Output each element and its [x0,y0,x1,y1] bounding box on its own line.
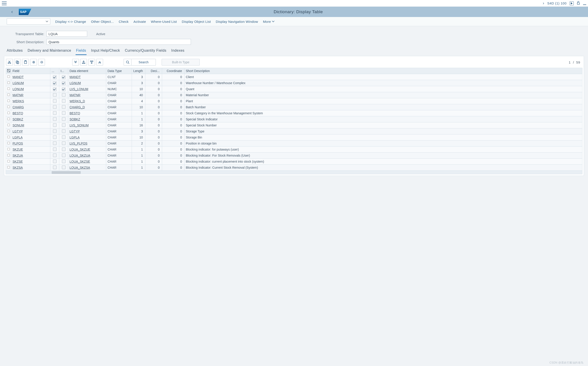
table-row[interactable]: CHARGCHARG_DCHAR1000Batch Number [6,104,582,110]
cell-field[interactable]: SKZUA [11,152,50,159]
remove-include-icon[interactable] [88,59,95,66]
cell-key[interactable] [50,80,59,86]
cell-field[interactable]: LGPLA [11,134,50,140]
lock-open-icon[interactable] [577,1,580,6]
col-select[interactable] [6,68,11,74]
col-key[interactable]: ... [50,68,59,74]
play-icon[interactable] [570,1,574,5]
row-selector[interactable] [6,146,11,152]
row-selector[interactable] [6,152,11,159]
cell-data-element[interactable]: LQUA_SKZUA [68,152,106,159]
row-selector[interactable] [6,116,11,122]
insert-include-icon[interactable] [80,59,87,66]
row-selector[interactable] [6,98,11,104]
cell-field[interactable]: SKZSA [11,165,50,171]
cell-init[interactable] [59,86,68,92]
col-coordinate[interactable]: Coordinate [162,68,185,74]
description-field[interactable]: Quants [46,39,191,45]
cell-field[interactable]: MATNR [11,92,50,98]
table-row[interactable]: MANDTMANDTCLNT300Client [6,74,582,80]
table-row[interactable]: LGTYPLGTYPCHAR300Storage Type [6,128,582,134]
row-selector[interactable] [6,165,11,171]
cut-icon[interactable] [6,59,13,66]
table-row[interactable]: LQNUMLVS_LQNUMNUMC1000Quant [6,86,582,92]
cell-key[interactable] [50,134,59,140]
cell-key[interactable] [50,146,59,152]
display-object-list-button[interactable]: Display Object List [182,20,211,23]
collapse-all-icon[interactable] [96,59,103,66]
table-row[interactable]: SONUMLVS_SONUMCHAR1600Special Stock Numb… [6,122,582,128]
tab-fields[interactable]: Fields [75,49,87,55]
cell-field[interactable]: SKZSE [11,159,50,165]
table-name-field[interactable]: LQUA [46,31,87,37]
cell-data-element[interactable]: LGTYP [68,128,106,134]
cell-data-element[interactable]: LGNUM [68,80,106,86]
row-selector[interactable] [6,74,11,80]
tab-delivery[interactable]: Delivery and Maintenance [27,49,72,55]
cell-init[interactable] [59,104,68,110]
cell-init[interactable] [59,122,68,128]
cell-data-element[interactable]: LQUA_SKZUE [68,146,106,152]
cell-init[interactable] [59,74,68,80]
activate-button[interactable]: Activate [134,20,146,23]
cell-init[interactable] [59,165,68,171]
cell-data-element[interactable]: CHARG_D [68,104,106,110]
table-row[interactable]: SOBKZSOBKZCHAR100Special Stock Indicator [6,116,582,122]
cell-field[interactable]: WERKS [11,98,50,104]
cell-key[interactable] [50,128,59,134]
cell-data-element[interactable]: BESTQ [68,110,106,116]
where-used-button[interactable]: Where-Used List [151,20,177,23]
cell-data-element[interactable]: LQUA_SKZSA [68,165,106,171]
cell-key[interactable] [50,74,59,80]
col-decimals[interactable]: Deci... [145,68,162,74]
cell-data-element[interactable]: MANDT [68,74,106,80]
more-button[interactable]: More [263,20,274,23]
cell-data-element[interactable]: MATNR [68,92,106,98]
continue-icon[interactable]: › [543,1,544,6]
col-init[interactable]: I... [59,68,68,74]
cell-field[interactable]: SONUM [11,122,50,128]
cell-field[interactable]: LQNUM [11,86,50,92]
tab-indexes[interactable]: Indexes [171,49,185,55]
row-selector[interactable] [6,86,11,92]
cell-init[interactable] [59,92,68,98]
tab-currency[interactable]: Currency/Quantity Fields [124,49,167,55]
other-object-button[interactable]: Other Object... [91,20,114,23]
cell-key[interactable] [50,104,59,110]
col-data-type[interactable]: Data Type [106,68,132,74]
cell-field[interactable]: SKZUE [11,146,50,152]
cell-field[interactable]: PLPOS [11,140,50,146]
cell-init[interactable] [59,116,68,122]
cell-data-element[interactable]: LQUA_SKZSE [68,159,106,165]
cell-field[interactable]: SOBKZ [11,116,50,122]
col-field[interactable]: Field [11,68,50,74]
col-data-element[interactable]: Data element [68,68,106,74]
cell-init[interactable] [59,134,68,140]
cell-key[interactable] [50,116,59,122]
check-button[interactable]: Check [119,20,128,23]
cell-key[interactable] [50,152,59,159]
expand-all-icon[interactable] [72,59,79,66]
table-row[interactable]: SKZSALQUA_SKZSACHAR100Blocking Indicator… [6,165,582,171]
cell-init[interactable] [59,140,68,146]
table-row[interactable]: SKZSELQUA_SKZSECHAR100Blocking indicator… [6,159,582,165]
cell-field[interactable]: CHARG [11,104,50,110]
row-selector[interactable] [6,128,11,134]
row-selector[interactable] [6,92,11,98]
cell-key[interactable] [50,98,59,104]
row-selector[interactable] [6,134,11,140]
cell-key[interactable] [50,86,59,92]
table-row[interactable]: LGPLALGPLACHAR1000Storage Bin [6,134,582,140]
cell-data-element[interactable]: SOBKZ [68,116,106,122]
cell-key[interactable] [50,140,59,146]
paste-icon[interactable] [22,59,29,66]
table-row[interactable]: SKZUELQUA_SKZUECHAR100Blocking indicator… [6,146,582,152]
cell-init[interactable] [59,110,68,116]
insert-row-icon[interactable]: ⊕ [30,59,37,66]
cell-field[interactable]: BESTQ [11,110,50,116]
cell-init[interactable] [59,152,68,159]
display-change-button[interactable]: Display <-> Change [55,20,86,23]
cell-data-element[interactable]: LGPLA [68,134,106,140]
table-row[interactable]: SKZUALQUA_SKZUACHAR100Blocking Indicator… [6,152,582,159]
row-selector[interactable] [6,110,11,116]
